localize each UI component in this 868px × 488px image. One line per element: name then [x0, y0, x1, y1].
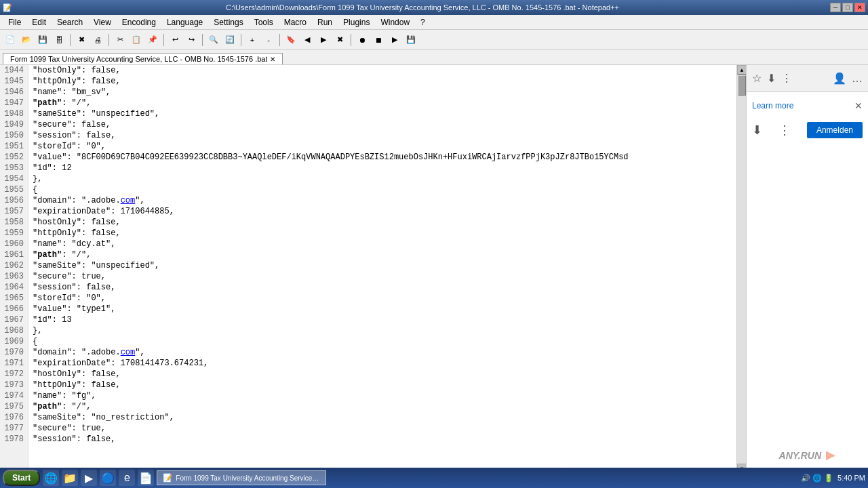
menu-run[interactable]: Run [312, 16, 338, 28]
menu-view[interactable]: View [88, 16, 117, 28]
bookmark-icon[interactable]: ☆ [752, 72, 762, 85]
menu-tools[interactable]: Tools [249, 16, 279, 28]
tab-label: Form 1099 Tax University Accounting Serv… [10, 55, 267, 63]
menu-edit[interactable]: Edit [26, 16, 52, 28]
line-number: 1957 [4, 206, 24, 217]
code-line: "name": "dcy.at", [33, 239, 732, 249]
code-line: "domain": ".adobe.com", [33, 195, 732, 206]
save-all-button[interactable]: 🗄 [52, 33, 66, 47]
menu-settings[interactable]: Settings [208, 16, 248, 28]
code-line: "domain": ".adobe.com", [33, 347, 732, 358]
line-number: 1945 [4, 76, 24, 87]
taskbar-explorer-icon[interactable]: 🌐 [43, 470, 59, 486]
code-line: "sameSite": "unspecified", [33, 260, 732, 271]
domain-link[interactable]: com [121, 196, 136, 205]
taskbar-media-icon[interactable]: ▶ [81, 470, 97, 486]
browser-download-icon[interactable]: ⬇ [752, 123, 762, 138]
print-button[interactable]: 🖨 [90, 33, 105, 47]
line-number: 1966 [4, 304, 24, 314]
line-number: 1971 [4, 358, 24, 369]
copy-button[interactable]: 📋 [129, 33, 144, 47]
download-icon[interactable]: ⬇ [767, 72, 776, 85]
menu-bar: File Edit Search View Encoding Language … [0, 15, 868, 30]
taskbar-clock: 5:40 PM [837, 474, 865, 482]
zoom-in-button[interactable]: + [245, 33, 260, 47]
menu-file[interactable]: File [3, 16, 26, 28]
taskbar: Start 🌐 📁 ▶ 🔵 e 📄 📝 Form 1099 Tax Univer… [0, 468, 868, 488]
line-number: 1970 [4, 347, 24, 358]
tab-close-button[interactable]: ✕ [270, 56, 275, 63]
scroll-up-button[interactable]: ▲ [737, 65, 746, 75]
line-numbers: 1944194519461947194819491950195119521953… [0, 65, 28, 473]
code-line: "secure": true, [33, 423, 732, 434]
menu-search[interactable]: Search [52, 16, 88, 28]
prev-bookmark-button[interactable]: ◀ [300, 33, 315, 47]
editor-pane: 1944194519461947194819491950195119521953… [0, 65, 746, 473]
path-key: "path" [33, 98, 62, 108]
code-line: "secure": false, [33, 119, 732, 130]
line-number: 1977 [4, 423, 24, 434]
taskbar-folder-icon[interactable]: 📁 [62, 470, 78, 486]
find-button[interactable]: 🔍 [206, 33, 221, 47]
next-bookmark-button[interactable]: ▶ [316, 33, 331, 47]
code-line: "sameSite": "no_restriction", [33, 412, 732, 423]
taskbar-browser-icon[interactable]: 🔵 [100, 470, 116, 486]
code-line: "httpOnly": false, [33, 76, 732, 87]
more-options-icon[interactable]: ⋮ [781, 72, 792, 85]
maximize-button[interactable]: □ [842, 3, 853, 12]
learn-more-link[interactable]: Learn more [752, 101, 793, 110]
macro-play-button[interactable]: ▶ [387, 33, 402, 47]
paste-button[interactable]: 📌 [145, 33, 160, 47]
open-file-button[interactable]: 📂 [19, 33, 34, 47]
taskbar-ie-icon[interactable]: e [119, 470, 135, 486]
scrollbar-thumb[interactable] [738, 75, 746, 96]
undo-button[interactable]: ↩ [167, 33, 182, 47]
code-line: "id": 12 [33, 163, 732, 174]
replace-button[interactable]: 🔄 [222, 33, 237, 47]
line-number: 1964 [4, 282, 24, 293]
line-number: 1958 [4, 217, 24, 228]
menu-macro[interactable]: Macro [279, 16, 312, 28]
menu-plugins[interactable]: Plugins [338, 16, 375, 28]
code-line: "path": "/", [33, 249, 732, 260]
save-button[interactable]: 💾 [35, 33, 50, 47]
close-file-button[interactable]: ✖ [74, 33, 89, 47]
macro-stop-button[interactable]: ⏹ [371, 33, 386, 47]
menu-encoding[interactable]: Encoding [117, 16, 161, 28]
app-icon: 📝 [3, 3, 12, 12]
anmelden-button[interactable]: Anmelden [807, 122, 863, 138]
code-line: }, [33, 174, 732, 184]
toggle-bookmark-button[interactable]: 🔖 [283, 33, 298, 47]
macro-save-button[interactable]: 💾 [403, 33, 418, 47]
menu-window[interactable]: Window [375, 16, 415, 28]
scrollbar-track[interactable] [737, 75, 746, 464]
line-number: 1947 [4, 98, 24, 108]
line-number: 1944 [4, 65, 24, 76]
minimize-button[interactable]: ─ [830, 3, 841, 12]
line-number: 1959 [4, 228, 24, 239]
zoom-out-button[interactable]: - [261, 33, 276, 47]
browser-more-icon[interactable]: ⋮ [778, 123, 791, 138]
menu-help[interactable]: ? [415, 16, 431, 28]
macro-record-button[interactable]: ⏺ [355, 33, 370, 47]
code-line: { [33, 184, 732, 195]
start-button[interactable]: Start [3, 470, 40, 486]
clear-bookmarks-button[interactable]: ✖ [332, 33, 347, 47]
code-area[interactable]: "hostOnly": false, "httpOnly": false, "n… [28, 65, 736, 473]
taskbar-active-window[interactable]: 📝 Form 1099 Tax University Accounting Se… [157, 470, 326, 485]
menu-language[interactable]: Language [161, 16, 208, 28]
new-file-button[interactable]: 📄 [3, 33, 18, 47]
active-tab[interactable]: Form 1099 Tax University Accounting Serv… [3, 53, 283, 64]
toolbar-separator-3 [163, 34, 164, 46]
close-window-button[interactable]: ✕ [854, 3, 865, 12]
line-number: 1976 [4, 412, 24, 423]
user-icon[interactable]: 👤 [833, 72, 846, 85]
cut-button[interactable]: ✂ [113, 33, 127, 47]
overflow-icon[interactable]: … [852, 73, 863, 85]
vertical-scrollbar[interactable]: ▲ ▼ [736, 65, 746, 473]
domain-link[interactable]: com [121, 348, 136, 357]
panel-close-button[interactable]: ✕ [854, 100, 863, 111]
taskbar-extra-icon[interactable]: 📄 [138, 470, 154, 486]
redo-button[interactable]: ↪ [184, 33, 199, 47]
system-tray-icons: 🔊 🌐 🔋 [801, 474, 833, 483]
